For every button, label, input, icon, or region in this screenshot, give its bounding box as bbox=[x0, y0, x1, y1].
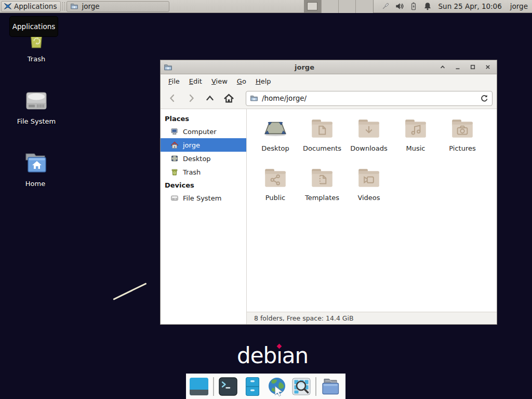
menu-go[interactable]: Go bbox=[232, 75, 251, 87]
sidebar-item-desktop[interactable]: Desktop bbox=[161, 152, 246, 165]
shade-button[interactable] bbox=[436, 62, 448, 73]
close-button[interactable] bbox=[482, 62, 494, 73]
desktop-icon-home[interactable]: Home bbox=[5, 150, 65, 188]
forward-button[interactable] bbox=[182, 90, 200, 106]
panel-grip-handle[interactable] bbox=[62, 2, 65, 10]
debian-wordmark: debıan bbox=[237, 343, 308, 368]
sidebar-devices-header: Devices bbox=[161, 179, 246, 191]
sidebar-item-computer[interactable]: Computer bbox=[161, 125, 246, 138]
window-title: jorge bbox=[176, 63, 433, 71]
battery-charging-icon[interactable] bbox=[409, 2, 418, 11]
bottom-dock bbox=[186, 374, 345, 399]
web-browser-icon[interactable] bbox=[267, 376, 287, 397]
menu-help[interactable]: Help bbox=[251, 75, 276, 87]
desktop-icon-label: Trash bbox=[28, 55, 45, 63]
workspace-1[interactable] bbox=[304, 0, 322, 13]
statusbar: 8 folders, Free space: 14.4 GiB bbox=[247, 312, 497, 324]
folder-item-videos[interactable]: Videos bbox=[345, 165, 392, 214]
back-button[interactable] bbox=[164, 90, 181, 106]
toolbar bbox=[161, 88, 497, 109]
folder-icon bbox=[70, 2, 78, 10]
reload-icon[interactable] bbox=[480, 94, 488, 102]
applications-tooltip-text: Applications bbox=[12, 22, 55, 31]
workspace-2[interactable] bbox=[322, 0, 339, 13]
applications-menu-button[interactable]: Applications bbox=[1, 1, 61, 12]
folder-item-music[interactable]: Music bbox=[392, 115, 439, 165]
trash-icon bbox=[170, 168, 179, 176]
taskbar-window-button[interactable]: jorge bbox=[66, 1, 169, 12]
system-tray bbox=[381, 2, 432, 11]
folder-item-downloads[interactable]: Downloads bbox=[345, 115, 392, 165]
sidebar-item-label: jorge bbox=[183, 141, 200, 149]
sidebar-item-label: Desktop bbox=[183, 155, 211, 163]
xfce-logo-icon bbox=[4, 2, 12, 10]
window-folder-icon bbox=[164, 63, 172, 72]
location-bar[interactable] bbox=[246, 91, 493, 106]
folder-item-documents[interactable]: Documents bbox=[299, 115, 345, 165]
menu-view[interactable]: View bbox=[207, 75, 232, 87]
window-titlebar[interactable]: jorge bbox=[161, 60, 497, 74]
minimize-button[interactable] bbox=[451, 62, 463, 73]
folder-item-public[interactable]: Public bbox=[252, 165, 299, 214]
brand-text-pre: deb bbox=[237, 343, 276, 368]
tool-icon[interactable] bbox=[381, 2, 390, 11]
hard-drive-icon bbox=[23, 87, 50, 114]
folder-label: Downloads bbox=[350, 144, 387, 152]
applications-tooltip: Applications bbox=[9, 16, 58, 37]
sidebar-item-trash[interactable]: Trash bbox=[161, 165, 246, 179]
folder-label: Music bbox=[406, 144, 425, 152]
notifications-bell-icon[interactable] bbox=[423, 2, 432, 11]
file-cabinet-icon[interactable] bbox=[242, 376, 263, 397]
music-folder-icon bbox=[403, 117, 429, 140]
workspace-switcher bbox=[304, 0, 374, 13]
sidebar: Places Computer jorge bbox=[161, 109, 247, 324]
maximize-button[interactable] bbox=[467, 62, 478, 73]
menu-file[interactable]: File bbox=[164, 75, 184, 87]
folder-label: Videos bbox=[357, 194, 380, 202]
sidebar-item-file-system[interactable]: File System bbox=[161, 191, 246, 205]
top-panel: Applications jorge bbox=[0, 0, 532, 13]
home-icon bbox=[170, 141, 179, 149]
home-button[interactable] bbox=[220, 90, 237, 106]
sidebar-item-jorge[interactable]: jorge bbox=[161, 138, 246, 152]
file-grid[interactable]: Desktop Documents bbox=[247, 109, 497, 312]
sidebar-item-label: Trash bbox=[183, 168, 201, 176]
folder-label: Pictures bbox=[449, 144, 475, 152]
file-view-pane: Desktop Documents bbox=[247, 109, 497, 324]
computer-icon bbox=[170, 127, 179, 136]
desktop-icon-label: Home bbox=[25, 180, 45, 188]
show-desktop-icon[interactable] bbox=[189, 376, 209, 397]
volume-icon[interactable] bbox=[395, 2, 404, 11]
drive-icon bbox=[170, 194, 179, 202]
stray-line-artifact bbox=[113, 283, 147, 300]
folder-item-templates[interactable]: Templates bbox=[299, 165, 345, 214]
public-folder-icon bbox=[262, 167, 288, 190]
workspace-4[interactable] bbox=[356, 0, 373, 13]
folders-icon[interactable] bbox=[320, 376, 341, 397]
sidebar-places-header: Places bbox=[161, 112, 246, 125]
path-input[interactable] bbox=[262, 94, 476, 102]
workspace-window-thumbnail bbox=[307, 2, 317, 10]
menu-edit[interactable]: Edit bbox=[184, 75, 207, 87]
desktop-icon-file-system[interactable]: File System bbox=[6, 87, 66, 125]
desktop-folder-icon bbox=[262, 117, 288, 140]
folder-item-pictures[interactable]: Pictures bbox=[439, 115, 486, 165]
window-body: Places Computer jorge bbox=[161, 109, 497, 324]
videos-folder-icon bbox=[356, 167, 382, 190]
applications-menu-label: Applications bbox=[14, 2, 57, 10]
folder-label: Documents bbox=[303, 144, 341, 152]
taskbar-window-label: jorge bbox=[82, 2, 99, 10]
dock-separator bbox=[213, 377, 214, 396]
path-folder-icon bbox=[250, 94, 258, 102]
panel-username[interactable]: jorge bbox=[510, 2, 528, 10]
folder-item-desktop[interactable]: Desktop bbox=[252, 115, 299, 165]
panel-clock[interactable]: Sun 25 Apr, 10:06 bbox=[438, 2, 502, 10]
application-finder-icon[interactable] bbox=[291, 376, 312, 397]
folder-label: Desktop bbox=[261, 144, 289, 152]
workspace-3[interactable] bbox=[339, 0, 356, 13]
terminal-icon[interactable] bbox=[218, 376, 238, 397]
desktop-icon-label: File System bbox=[17, 117, 56, 125]
up-button[interactable] bbox=[201, 90, 219, 106]
file-manager-window: jorge File Edit View Go Help bbox=[160, 60, 497, 325]
statusbar-text: 8 folders, Free space: 14.4 GiB bbox=[254, 314, 354, 322]
